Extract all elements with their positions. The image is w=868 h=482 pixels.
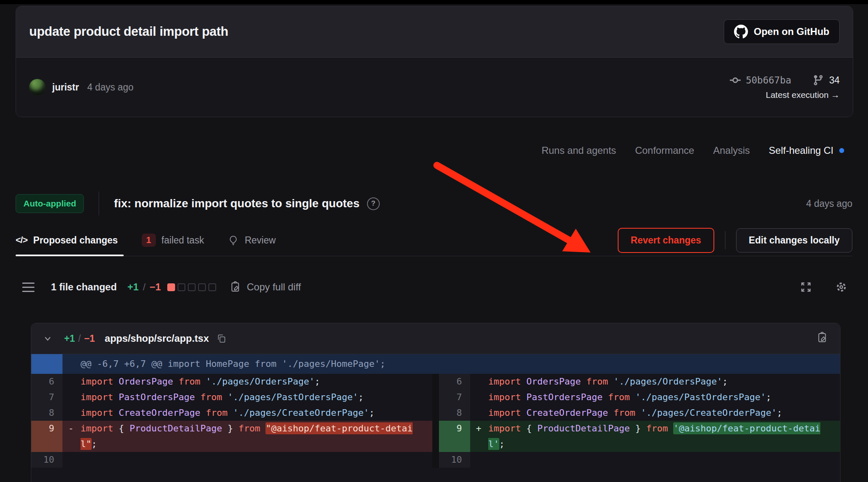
file-stat-slash: /	[78, 333, 81, 344]
code-line: import PastOrdersPage from './pages/Past…	[81, 389, 432, 405]
tab-proposed-changes[interactable]: </> Proposed changes	[16, 225, 118, 256]
nav-runs-and-agents[interactable]: Runs and agents	[542, 145, 616, 156]
commit-header-card: update product detail import path Open o…	[16, 6, 853, 117]
diff-body: 6import OrdersPage from './pages/OrdersP…	[31, 374, 840, 468]
change-block	[178, 283, 185, 291]
tab-review-label: Review	[245, 235, 275, 246]
diff-marker	[470, 452, 488, 468]
line-number: 6	[31, 374, 62, 389]
top-nav: Runs and agents Conformance Analysis Sel…	[542, 145, 844, 156]
copy-full-diff-label: Copy full diff	[247, 281, 301, 293]
diff-pane-new: 6import OrdersPage from './pages/OrdersP…	[439, 374, 840, 468]
chevron-down-icon[interactable]	[43, 334, 53, 343]
diff-marker	[470, 405, 488, 421]
top-strip	[0, 0, 868, 4]
diff-row: 6import OrdersPage from './pages/OrdersP…	[31, 374, 432, 389]
tab-review[interactable]: Review	[228, 225, 275, 256]
divider	[99, 192, 99, 216]
latest-execution-link[interactable]: Latest execution →	[766, 90, 840, 100]
commit-title-row: update product detail import path Open o…	[16, 6, 853, 58]
deletions-count: −1	[150, 281, 161, 293]
diff-pane-old: 6import OrdersPage from './pages/OrdersP…	[31, 374, 432, 468]
nav-self-healing-ci[interactable]: Self-healing CI	[769, 145, 844, 156]
commit-sha-chunk[interactable]: 50b667ba	[729, 74, 792, 86]
diff-row: 8import CreateOrderPage from './pages/Cr…	[31, 405, 432, 421]
branch-icon	[813, 74, 824, 86]
runs-count: 34	[829, 75, 840, 86]
file-deletions: −1	[84, 333, 95, 344]
commit-title: update product detail import path	[29, 24, 228, 39]
line-number: 10	[31, 452, 62, 468]
diff-row: 10	[31, 452, 432, 468]
tabs-row: </> Proposed changes 1 failed task Revie…	[16, 225, 852, 256]
code-line: import OrdersPage from './pages/OrdersPa…	[81, 374, 432, 389]
change-block	[167, 283, 175, 291]
hunk-gutter	[31, 354, 62, 374]
clipboard-icon	[229, 281, 242, 293]
tab-failed-task[interactable]: 1 failed task	[142, 225, 204, 256]
tab-failed-task-label: failed task	[162, 235, 204, 246]
diff-row: 10	[439, 452, 840, 468]
code-icon: </>	[16, 235, 28, 246]
file-diff-header: +1 / −1 apps/shop/src/app.tsx	[31, 323, 840, 354]
code-line: import { ProductDetailPage } from "@aish…	[81, 421, 432, 452]
diff-row: 9-import { ProductDetailPage } from "@ai…	[31, 421, 432, 452]
diff-row: 7import PastOrdersPage from './pages/Pas…	[31, 389, 432, 405]
diff-toolbar: 1 file changed +1 / −1 Copy full diff	[22, 276, 847, 298]
file-additions: +1	[64, 333, 75, 344]
code-line	[81, 452, 432, 468]
github-icon	[734, 25, 748, 39]
line-number: 8	[439, 405, 470, 421]
code-line: import { ProductDetailPage } from '@aish…	[488, 421, 840, 452]
authored-time: 4 days ago	[87, 82, 134, 93]
diff-row: 9+import { ProductDetailPage } from '@ai…	[439, 421, 840, 452]
diff-row: 7import PastOrdersPage from './pages/Pas…	[439, 389, 840, 405]
code-line: import CreateOrderPage from './pages/Cre…	[81, 405, 432, 421]
runs-chunk[interactable]: 34	[813, 74, 840, 86]
copy-path-icon[interactable]	[216, 333, 227, 344]
fullscreen-icon[interactable]	[800, 281, 812, 293]
diff-marker	[470, 389, 488, 405]
file-list-menu-icon[interactable]	[22, 283, 35, 292]
change-block	[188, 283, 196, 291]
fix-title: fix: normalize import quotes to single q…	[114, 197, 359, 210]
line-number: 10	[439, 452, 470, 468]
open-on-github-button[interactable]: Open on GitHub	[724, 19, 840, 44]
active-nav-dot	[839, 148, 844, 153]
commit-icon	[729, 74, 741, 86]
open-on-github-label: Open on GitHub	[754, 26, 829, 37]
help-icon[interactable]: ?	[367, 197, 380, 210]
line-number: 9	[31, 421, 62, 452]
copy-full-diff-button[interactable]: Copy full diff	[229, 281, 301, 293]
fix-header-row: Auto-applied fix: normalize import quote…	[16, 192, 852, 216]
fix-time-ago: 4 days ago	[806, 198, 852, 209]
commit-author-row: juristr 4 days ago 50b667ba 34 Latest ex…	[16, 58, 853, 117]
nav-analysis[interactable]: Analysis	[713, 145, 750, 156]
tab-proposed-changes-label: Proposed changes	[33, 235, 118, 246]
file-path: apps/shop/src/app.tsx	[105, 333, 209, 344]
commit-sha: 50b667ba	[746, 75, 792, 86]
diff-marker	[62, 405, 81, 421]
hunk-header-text: @@ -6,7 +6,7 @@ import HomePage from './…	[62, 354, 386, 374]
diff-marker: +	[470, 421, 488, 452]
line-number: 6	[439, 374, 470, 389]
author-name: juristr	[52, 82, 79, 93]
diff-marker: -	[62, 421, 81, 452]
avatar	[29, 79, 46, 95]
revert-changes-button[interactable]: Revert changes	[618, 228, 714, 253]
edit-changes-locally-button[interactable]: Edit changes locally	[736, 228, 852, 253]
lightbulb-icon	[228, 235, 239, 246]
nav-conformance[interactable]: Conformance	[635, 145, 694, 156]
change-block	[208, 283, 216, 291]
line-number: 7	[439, 389, 470, 405]
copy-file-diff-icon[interactable]	[816, 331, 829, 344]
line-number: 7	[31, 389, 62, 405]
diff-row: 6import OrdersPage from './pages/OrdersP…	[439, 374, 840, 389]
divider	[725, 231, 725, 249]
diff-marker	[62, 374, 81, 389]
additions-count: +1	[127, 281, 139, 293]
files-changed-count: 1 file changed	[51, 281, 117, 293]
settings-gear-icon[interactable]	[835, 281, 847, 293]
diff-marker	[62, 389, 81, 405]
failed-count-badge: 1	[142, 234, 156, 247]
